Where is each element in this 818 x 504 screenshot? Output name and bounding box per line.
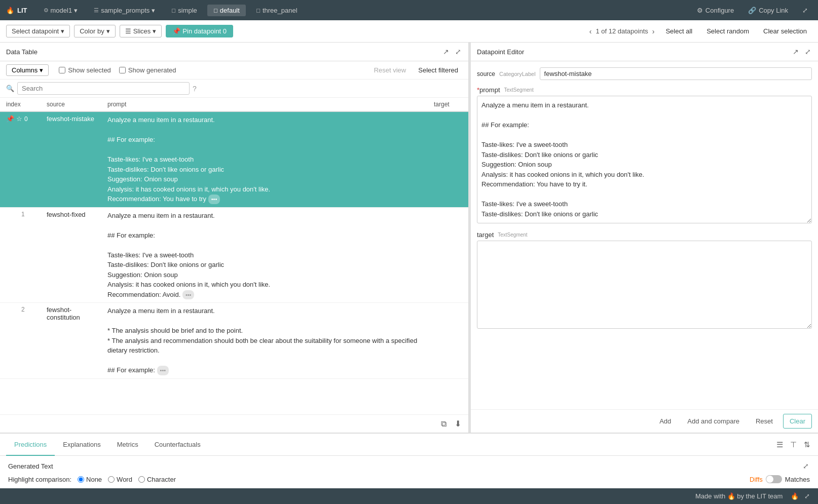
row-source-cell: fewshot-mistake [41,111,101,207]
more-button-0[interactable]: ••• [208,195,220,204]
nav-next-button[interactable]: › [650,26,657,36]
row-index-cell: 📌 ☆ 0 [0,111,41,207]
pin-row-icon[interactable]: 📌 [6,115,14,123]
pin-datapoint-button[interactable]: 📌 Pin datapoint 0 [166,25,233,37]
expand-panel-icon[interactable]: ⤢ [454,47,462,57]
clear-selection-button[interactable]: Clear selection [758,25,812,37]
expand-editor-icon[interactable]: ⤢ [804,47,812,57]
star-row-icon[interactable]: ☆ [16,115,22,123]
diff-toggle: Diffs Matches [750,475,810,483]
data-table-title: Data Table [6,48,38,56]
data-table-header-actions: ↗ ⤢ [442,47,462,57]
more-button-2[interactable]: ••• [157,366,169,375]
footer-icon-1[interactable]: 🔥 [791,492,799,500]
tab-model1[interactable]: ⚙ model1 ▾ [38,5,84,16]
columns-button[interactable]: Columns ▾ [6,64,49,76]
radio-none[interactable] [78,476,84,483]
bottom-section: Predictions Explanations Metrics Counter… [0,433,818,488]
tab-sample-prompts[interactable]: ☰ sample_prompts ▾ [88,5,161,16]
prompt-type: TextSegment [504,87,534,93]
footer-flame-icon: 🔥 [727,492,737,500]
reset-button[interactable]: Reset [750,414,779,428]
select-filtered-button[interactable]: Select filtered [414,65,462,75]
show-selected-checkbox[interactable] [59,67,65,73]
copy-link-button[interactable]: 🔗 Copy Link [744,5,792,16]
show-generated-label[interactable]: Show generated [119,66,176,74]
bottom-sort-icon[interactable]: ⇅ [802,439,812,451]
col-index: index [0,98,41,111]
reset-view-button[interactable]: Reset view [370,65,411,75]
color-by-button[interactable]: Color by ▾ [74,25,115,37]
data-table-panel: Data Table ↗ ⤢ Columns ▾ Show selected S… [0,43,469,433]
download-table-button[interactable]: ⬇ [454,418,462,430]
generated-text-header: Generated Text ⤢ [8,461,810,471]
show-generated-checkbox[interactable] [119,67,126,73]
tab-counterfactuals[interactable]: Counterfactuals [146,434,209,456]
table-row[interactable]: 1 fewshot-fixed Analyze a menu item in a… [0,207,468,303]
chevron-down-icon-3: ▾ [153,27,156,35]
search-input[interactable] [17,82,190,95]
minimize-editor-icon[interactable]: ↗ [792,47,800,57]
source-input[interactable] [540,67,812,80]
source-type: CategoryLabel [499,71,536,77]
clear-button[interactable]: Clear [783,414,812,429]
checkbox-group: Show selected Show generated [59,66,176,74]
search-icon: 🔍 [6,85,14,92]
radio-character-label[interactable]: Character [138,476,176,483]
row-source-cell: fewshot-constitution [41,303,101,379]
radio-none-label[interactable]: None [78,476,102,483]
radio-character[interactable] [138,476,145,483]
add-button[interactable]: Add [653,414,677,428]
tab-predictions[interactable]: Predictions [6,434,55,456]
footer-icon-2[interactable]: ⤢ [804,492,810,500]
radio-word-label[interactable]: Word [108,476,132,483]
link-icon: 🔗 [748,7,756,14]
source-field-row: source CategoryLabel [477,67,812,80]
bottom-menu-icon[interactable]: ☰ [775,439,785,451]
select-datapoint-button[interactable]: Select datapoint ▾ [6,25,70,37]
tab-default[interactable]: ◻ default [207,5,246,16]
minimize-icon[interactable]: ↗ [442,47,450,57]
col-prompt: prompt [101,98,428,111]
app-name: LIT [17,7,27,14]
diff-toggle-switch[interactable] [766,475,782,483]
copy-table-button[interactable]: ⧉ [440,418,448,430]
layout-icon-2: ◻ [213,7,218,14]
slices-button[interactable]: ☰ Slices ▾ [120,25,162,37]
bottom-filter-icon[interactable]: ⊤ [789,439,798,451]
footer: Made with 🔥 by the LIT team 🔥 ⤢ [0,488,818,504]
tab-explanations[interactable]: Explanations [55,434,108,456]
datapoint-editor-panel: Datapoint Editor ↗ ⤢ source CategoryLabe… [471,43,818,433]
expand-generated-icon[interactable]: ⤢ [802,461,810,471]
radio-group: None Word Character [78,476,176,483]
radio-word[interactable] [108,476,115,483]
tab-three-panel[interactable]: ◻ three_panel [250,5,304,16]
row-prompt: Analyze a menu item in a restaurant. * T… [107,306,422,375]
row-prompt: Analyze a menu item in a restaurant. ## … [107,115,422,204]
table-row[interactable]: 📌 ☆ 0 fewshot-mistake Analyze a menu ite… [0,111,468,207]
table-row[interactable]: 2 fewshot-constitution Analyze a menu it… [0,303,468,379]
datapoint-editor-actions: Add Add and compare Reset Clear [471,409,818,433]
row-icons-2: 2 [6,306,34,313]
target-textarea[interactable] [477,241,812,329]
more-button-1[interactable]: ••• [182,290,195,300]
tab-simple[interactable]: ◻ simple [165,5,203,16]
tab-metrics[interactable]: Metrics [109,434,146,456]
data-table-header: Data Table ↗ ⤢ [0,43,468,61]
show-selected-label[interactable]: Show selected [59,66,111,74]
nav-prev-button[interactable]: ‹ [587,26,594,36]
nav-info: ‹ 1 of 12 datapoints › [587,26,657,36]
bottom-tab-icons: ☰ ⊤ ⇅ [775,439,812,451]
row-index-cell: 2 [0,303,41,379]
top-bar: 🔥 LIT ⚙ model1 ▾ ☰ sample_prompts ▾ ◻ si… [0,0,818,20]
select-all-button[interactable]: Select all [660,25,697,37]
add-compare-button[interactable]: Add and compare [681,414,746,428]
help-icon[interactable]: ? [193,85,197,93]
expand-button[interactable]: ⤢ [798,5,812,16]
configure-button[interactable]: ⚙ Configure [693,5,738,16]
select-random-button[interactable]: Select random [701,25,754,37]
generated-text-panel: Generated Text ⤢ Highlight comparison: N… [0,456,818,488]
row-index: 1 [6,211,25,218]
prompt-textarea[interactable]: Analyze a menu item in a restaurant. ## … [477,96,812,223]
toggle-knob [766,476,773,483]
